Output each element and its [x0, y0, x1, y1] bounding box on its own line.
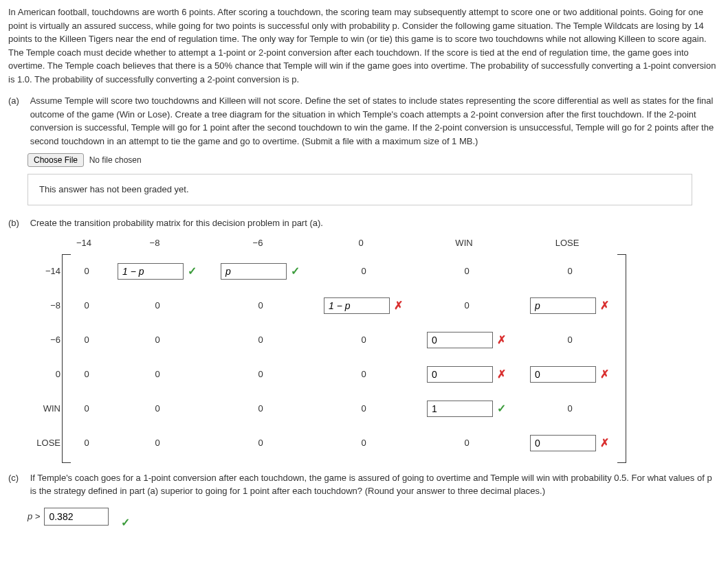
cell-value: 0 [567, 264, 572, 278]
matrix-cell-5-4: 0 [415, 436, 518, 450]
matrix-cell-0-3: 0 [312, 264, 415, 278]
matrix-cell-2-5: 0 [518, 333, 621, 347]
cell-value: 0 [84, 402, 89, 416]
choose-file-button[interactable]: Choose File [27, 153, 84, 167]
matrix-cell-1-5 [518, 297, 621, 314]
matrix-cell-5-5 [518, 435, 621, 451]
cell-value: 0 [84, 333, 89, 347]
matrix-row-1: −80000 [27, 289, 632, 323]
matrix-cell-4-4 [415, 401, 518, 417]
matrix-col-headers: −14 −8 −6 0 WIN LOSE [65, 236, 632, 250]
matrix-cell-2-1: 0 [106, 333, 209, 347]
cell-value: 0 [361, 436, 366, 450]
matrix-cell-1-1: 0 [106, 299, 209, 313]
grade-status-box: This answer has not been graded yet. [27, 174, 692, 205]
matrix-cell-1-3 [312, 297, 415, 314]
col-header-0: −14 [65, 236, 103, 250]
matrix-cell-3-3: 0 [312, 368, 415, 381]
cell-value: 0 [258, 333, 263, 347]
cross-icon [599, 438, 610, 449]
cross-icon [599, 369, 610, 380]
cell-input-0-2[interactable] [221, 263, 287, 280]
matrix-cell-2-4 [415, 332, 518, 348]
matrix-cell-5-0: 0 [67, 436, 106, 450]
matrix-cell-5-3: 0 [312, 436, 415, 450]
part-c-answer-row: p > [27, 505, 720, 528]
cell-value: 0 [84, 264, 89, 278]
problem-intro: In American football, touchdowns are wor… [8, 5, 720, 86]
col-header-1: −8 [103, 236, 206, 250]
p-value-input[interactable] [44, 508, 109, 526]
transition-matrix: −14 −8 −6 0 WIN LOSE −140000−80000−60000… [8, 236, 632, 460]
matrix-cell-1-4: 0 [415, 299, 518, 313]
matrix-cell-1-0: 0 [67, 299, 106, 313]
part-b-label: (b) [8, 216, 27, 230]
part-c-label: (c) [8, 471, 27, 485]
matrix-cell-3-2: 0 [209, 368, 312, 381]
cell-value: 0 [258, 368, 263, 381]
matrix-row-3: 00000 [27, 357, 632, 392]
matrix-cell-4-3: 0 [312, 402, 415, 416]
check-icon [496, 403, 507, 414]
cell-value: 0 [155, 368, 159, 381]
matrix-cell-3-5 [518, 366, 621, 383]
matrix-row-4: WIN00000 [27, 392, 632, 426]
check-icon [186, 266, 197, 277]
cell-value: 0 [155, 333, 159, 347]
matrix-cell-0-4: 0 [415, 264, 518, 278]
part-b-text: Create the transition probability matrix… [30, 216, 718, 230]
cell-value: 0 [155, 299, 159, 313]
cell-value: 0 [464, 436, 469, 450]
cell-value: 0 [258, 436, 263, 450]
matrix-cell-5-1: 0 [106, 436, 209, 450]
cell-input-3-4[interactable] [427, 366, 493, 383]
cell-value: 0 [361, 402, 366, 416]
check-icon [120, 517, 131, 528]
cell-value: 0 [361, 368, 366, 381]
cell-value: 0 [361, 264, 366, 278]
cell-input-3-5[interactable] [530, 366, 596, 383]
cross-icon [393, 300, 404, 311]
matrix-cell-4-0: 0 [67, 402, 106, 416]
matrix-cell-4-2: 0 [209, 402, 312, 416]
cross-icon [496, 335, 507, 346]
cross-icon [599, 300, 610, 311]
matrix-bracket-left [62, 254, 71, 463]
cell-value: 0 [155, 402, 159, 416]
check-icon [289, 266, 300, 277]
cell-value: 0 [464, 264, 469, 278]
matrix-cell-0-5: 0 [518, 264, 621, 278]
matrix-cell-5-2: 0 [209, 436, 312, 450]
matrix-row-0: −140000 [27, 254, 632, 289]
part-c-text: If Temple's coach goes for a 1-point con… [30, 471, 718, 498]
cell-value: 0 [84, 436, 89, 450]
part-a-text: Assume Temple will score two touchdowns … [30, 94, 718, 148]
cell-value: 0 [84, 299, 89, 313]
part-c: (c) If Temple's coach goes for a 1-point… [8, 471, 720, 528]
cell-input-1-5[interactable] [530, 297, 596, 314]
matrix-cell-4-5: 0 [518, 402, 621, 416]
matrix-bracket-right [617, 254, 626, 463]
matrix-cell-3-4 [415, 366, 518, 383]
cell-input-0-1[interactable] [118, 263, 184, 280]
col-header-3: 0 [309, 236, 412, 250]
cell-input-2-4[interactable] [427, 332, 493, 348]
col-header-5: LOSE [516, 236, 619, 250]
col-header-4: WIN [412, 236, 516, 250]
cell-value: 0 [361, 333, 366, 347]
matrix-row-5: LOSE00000 [27, 426, 632, 460]
file-status: No file chosen [89, 155, 142, 165]
cell-input-5-5[interactable] [530, 435, 596, 451]
cell-input-1-3[interactable] [324, 297, 390, 314]
cell-input-4-4[interactable] [427, 401, 493, 417]
cell-value: 0 [258, 299, 263, 313]
matrix-cell-0-0: 0 [67, 264, 106, 278]
matrix-cell-0-1 [106, 263, 209, 280]
part-a: (a) Assume Temple will score two touchdo… [8, 94, 720, 205]
cell-value: 0 [567, 402, 572, 416]
matrix-cell-2-3: 0 [312, 333, 415, 347]
matrix-cell-1-2: 0 [209, 299, 312, 313]
p-greater-than: p > [27, 510, 40, 523]
file-upload: Choose File No file chosen [27, 153, 720, 167]
cell-value: 0 [155, 436, 159, 450]
